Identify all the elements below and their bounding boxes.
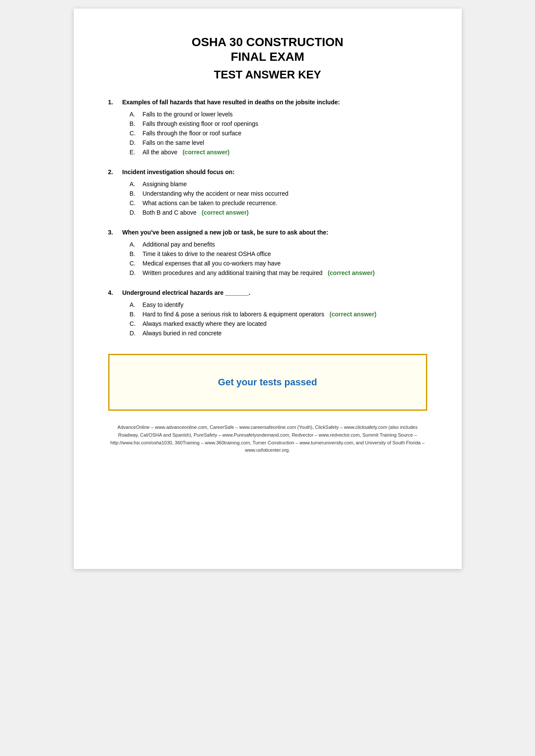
answers-list-4: A.Easy to identifyB.Hard to find & pose … [108,301,427,337]
correct-answer-label-1: (correct answer) [182,149,229,156]
question-text-3: 3.When you've been assigned a new job or… [108,229,427,236]
answer-letter-3-3: C. [130,260,138,267]
answer-text-4-3: Always marked exactly where they are loc… [143,320,267,327]
answer-letter-1-4: D. [130,139,138,146]
answers-list-1: A.Falls to the ground or lower levelsB.F… [108,111,427,156]
answer-letter-1-5: E. [130,149,138,156]
promo-box: Get your tests passed [108,354,427,411]
answer-letter-4-1: A. [130,301,138,308]
answer-text-1-1: Falls to the ground or lower levels [143,111,233,118]
answer-item-2-3: C.What actions can be taken to preclude … [130,200,427,206]
answer-letter-2-3: C. [130,200,138,206]
answer-item-2-4: D.Both B and C above (correct answer) [130,209,427,216]
answer-item-3-4: D.Written procedures and any additional … [130,269,427,276]
question-block-1: 1.Examples of fall hazards that have res… [108,99,427,156]
page: OSHA 30 CONSTRUCTION FINAL EXAM TEST ANS… [74,9,462,569]
question-label-2: Incident investigation should focus on: [122,169,235,175]
answer-text-3-4: Written procedures and any additional tr… [143,269,323,276]
answer-item-4-3: C.Always marked exactly where they are l… [130,320,427,327]
question-label-3: When you've been assigned a new job or t… [122,229,329,236]
question-text-1: 1.Examples of fall hazards that have res… [108,99,427,106]
answer-text-3-2: Time it takes to drive to the nearest OS… [143,250,271,257]
answer-letter-4-4: D. [130,330,138,337]
answer-letter-3-1: A. [130,241,138,248]
answer-text-1-4: Falls on the same level [143,139,204,146]
answer-item-1-5: E.All the above (correct answer) [130,149,427,156]
answer-text-1-2: Falls through existing floor or roof ope… [143,120,258,127]
answer-text-2-4: Both B and C above [143,209,197,216]
question-number-1: 1. [108,99,119,106]
question-text-4: 4.Underground electrical hazards are ___… [108,289,427,296]
title-line1: OSHA 30 CONSTRUCTION [108,34,427,50]
answer-letter-2-4: D. [130,209,138,216]
promo-text: Get your tests passed [118,377,417,388]
question-text-2: 2.Incident investigation should focus on… [108,169,427,175]
answer-letter-3-2: B. [130,250,138,257]
correct-answer-label-3: (correct answer) [328,269,375,276]
question-label-4: Underground electrical hazards are _____… [122,289,250,296]
answer-text-1-5: All the above [143,149,178,156]
header: OSHA 30 CONSTRUCTION FINAL EXAM TEST ANS… [108,34,427,81]
question-number-4: 4. [108,289,119,296]
question-label-1: Examples of fall hazards that have resul… [122,99,340,106]
answer-text-3-1: Additional pay and benefits [143,241,215,248]
answer-text-2-1: Assigning blame [143,181,187,187]
question-number-3: 3. [108,229,119,236]
answer-text-4-1: Easy to identify [143,301,184,308]
answer-text-2-2: Understanding why the accident or near m… [143,190,289,197]
answer-text-4-2: Hard to find & pose a serious risk to la… [143,311,325,318]
answer-text-3-3: Medical expenses that all you co-workers… [143,260,281,267]
answer-item-2-2: B.Understanding why the accident or near… [130,190,427,197]
title-line3: TEST ANSWER KEY [108,68,427,81]
answer-item-3-2: B.Time it takes to drive to the nearest … [130,250,427,257]
answer-item-1-4: D.Falls on the same level [130,139,427,146]
correct-answer-label-4: (correct answer) [329,311,376,318]
answer-letter-1-1: A. [130,111,138,118]
correct-answer-label-2: (correct answer) [202,209,249,216]
answer-item-4-1: A.Easy to identify [130,301,427,308]
answer-letter-4-2: B. [130,311,138,318]
question-block-4: 4.Underground electrical hazards are ___… [108,289,427,337]
answer-item-3-3: C.Medical expenses that all you co-worke… [130,260,427,267]
answer-letter-2-1: A. [130,181,138,187]
footer-text: AdvanceOnline – www.advanceonline.com, C… [110,425,425,453]
answer-item-1-1: A.Falls to the ground or lower levels [130,111,427,118]
question-block-3: 3.When you've been assigned a new job or… [108,229,427,276]
answers-list-3: A.Additional pay and benefitsB.Time it t… [108,241,427,276]
title-line2: FINAL EXAM [108,50,427,64]
answer-letter-2-2: B. [130,190,138,197]
answer-letter-3-4: D. [130,269,138,276]
answer-item-4-4: D.Always buried in red concrete [130,330,427,337]
answer-text-2-3: What actions can be taken to preclude re… [143,200,278,206]
questions-section: 1.Examples of fall hazards that have res… [108,99,427,337]
answer-item-1-2: B.Falls through existing floor or roof o… [130,120,427,127]
answer-item-3-1: A.Additional pay and benefits [130,241,427,248]
answer-letter-4-3: C. [130,320,138,327]
answer-item-2-1: A.Assigning blame [130,181,427,187]
answers-list-2: A.Assigning blameB.Understanding why the… [108,181,427,216]
answer-letter-1-3: C. [130,130,138,137]
answer-item-1-3: C.Falls through the floor or roof surfac… [130,130,427,137]
answer-letter-1-2: B. [130,120,138,127]
answer-text-4-4: Always buried in red concrete [143,330,222,337]
answer-text-1-3: Falls through the floor or roof surface [143,130,242,137]
question-block-2: 2.Incident investigation should focus on… [108,169,427,216]
footer: AdvanceOnline – www.advanceonline.com, C… [108,424,427,454]
question-number-2: 2. [108,169,119,175]
answer-item-4-2: B.Hard to find & pose a serious risk to … [130,311,427,318]
